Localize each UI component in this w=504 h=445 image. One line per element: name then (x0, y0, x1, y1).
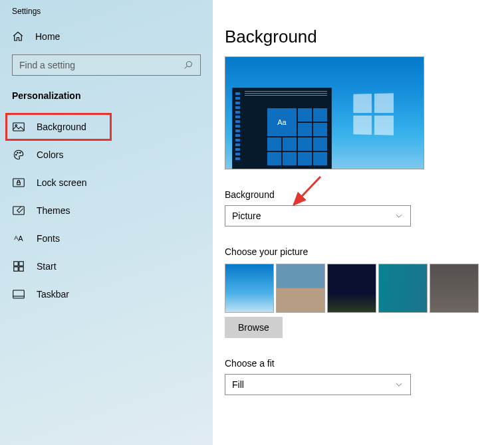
svg-rect-10 (19, 262, 23, 266)
svg-rect-13 (13, 290, 25, 298)
lock-screen-icon (12, 178, 25, 187)
svg-rect-11 (14, 267, 18, 271)
svg-rect-7 (17, 182, 21, 185)
nav-item-taskbar[interactable]: Taskbar (0, 280, 213, 308)
browse-button[interactable]: Browse (225, 317, 283, 338)
picture-thumb[interactable] (276, 264, 325, 313)
svg-rect-8 (13, 207, 25, 215)
nav-label: Start (37, 261, 57, 272)
start-icon (12, 261, 25, 272)
choose-fit-label: Choose a fit (225, 358, 504, 369)
svg-rect-9 (14, 262, 18, 266)
svg-point-4 (17, 152, 19, 153)
nav-label: Background (37, 122, 86, 132)
svg-point-5 (20, 152, 21, 153)
picture-thumbnails (225, 264, 504, 313)
nav-label: Lock screen (37, 177, 86, 188)
fonts-icon: AA (12, 234, 25, 242)
themes-icon (12, 206, 25, 215)
palette-icon (12, 149, 25, 161)
home-nav[interactable]: Home (0, 23, 213, 50)
section-header: Personalization (0, 76, 213, 106)
search-input-container[interactable] (12, 54, 201, 76)
picture-thumb[interactable] (327, 264, 376, 313)
nav-item-fonts[interactable]: AA Fonts (0, 224, 213, 252)
background-field-label: Background (225, 189, 504, 200)
home-icon (12, 31, 24, 43)
svg-point-0 (186, 62, 191, 67)
svg-rect-1 (13, 123, 25, 131)
search-icon (183, 60, 193, 70)
nav-item-lock-screen[interactable]: Lock screen (0, 169, 213, 197)
chevron-down-icon (394, 380, 404, 389)
main-content: Background Aa Background Picture Choose (213, 0, 504, 445)
taskbar-icon (12, 290, 25, 299)
picture-icon (12, 122, 25, 132)
nav-label: Themes (37, 205, 70, 216)
picture-thumb[interactable] (430, 264, 479, 313)
nav-label: Colors (37, 149, 63, 160)
select-value: Fill (232, 379, 244, 390)
home-label: Home (35, 31, 60, 42)
nav-item-background[interactable]: Background (0, 113, 213, 141)
nav-item-start[interactable]: Start (0, 252, 213, 280)
choose-picture-label: Choose your picture (225, 246, 504, 257)
picture-thumb[interactable] (378, 264, 428, 313)
background-type-select[interactable]: Picture (225, 205, 411, 226)
nav-label: Taskbar (37, 289, 69, 300)
nav-label: Fonts (37, 233, 60, 244)
svg-rect-12 (19, 267, 23, 271)
preview-sample-tile: Aa (267, 108, 297, 136)
select-value: Picture (232, 211, 261, 221)
picture-thumb[interactable] (225, 264, 274, 313)
chevron-down-icon (394, 211, 404, 221)
windows-logo-icon (353, 93, 394, 135)
settings-window: Settings Home Personalization Bac (0, 0, 504, 445)
desktop-mock: Aa (232, 88, 332, 169)
nav-item-colors[interactable]: Colors (0, 141, 213, 169)
background-preview: Aa (225, 56, 424, 169)
search-input[interactable] (13, 60, 200, 70)
fit-select[interactable]: Fill (225, 374, 411, 395)
page-title: Background (225, 27, 504, 47)
svg-point-3 (16, 154, 17, 155)
window-title: Settings (0, 7, 213, 23)
nav-item-themes[interactable]: Themes (0, 197, 213, 224)
sidebar: Settings Home Personalization Bac (0, 0, 213, 445)
